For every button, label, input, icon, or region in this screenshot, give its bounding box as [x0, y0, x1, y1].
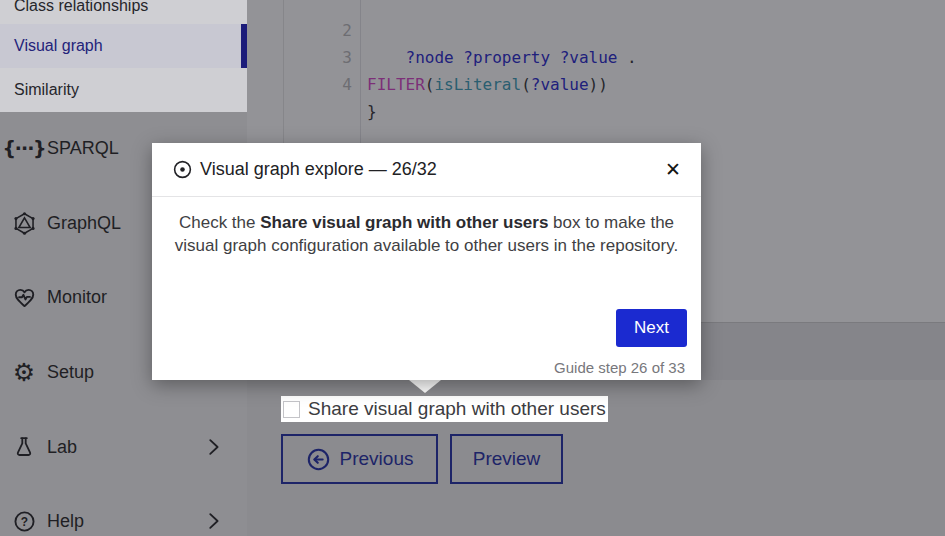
highlighted-setting-name: Share visual graph with other users: [260, 213, 548, 232]
preview-button[interactable]: Preview: [450, 434, 563, 484]
guide-step-counter: Guide step 26 of 33: [554, 359, 685, 376]
share-checkbox[interactable]: [283, 401, 300, 418]
guide-modal-title: Visual graph explore — 26/32: [200, 159, 437, 180]
submenu-item-similarity[interactable]: Similarity: [0, 68, 247, 112]
chevron-right-icon: [202, 436, 224, 458]
lab-flask-icon: [10, 433, 38, 461]
submenu-item-visual-graph[interactable]: Visual graph: [0, 24, 247, 68]
arrow-left-circle-icon: [306, 447, 331, 472]
share-checkbox-label[interactable]: Share visual graph with other users: [308, 398, 606, 420]
sidebar-item-help[interactable]: ? Help: [0, 501, 247, 536]
close-icon[interactable]: ✕: [661, 157, 685, 181]
modal-pointer-arrow: [409, 380, 441, 393]
guide-modal: Visual graph explore — 26/32 ✕ Check the…: [152, 143, 701, 380]
sparql-keyword: FILTER: [367, 75, 425, 94]
app-window: 2 ?node ?property ?value . 3 FILTER(isLi…: [0, 0, 945, 536]
next-button[interactable]: Next: [616, 309, 687, 347]
monitor-heart-icon: [10, 283, 38, 311]
explore-submenu: Class relationships Visual graph Similar…: [0, 0, 247, 112]
line-number: 4: [310, 71, 352, 98]
sparql-braces-icon: {⋯}: [10, 134, 38, 162]
target-icon: [172, 159, 193, 180]
previous-button[interactable]: Previous: [281, 434, 438, 484]
setup-gear-icon: ⚙: [10, 358, 38, 386]
sparql-function: isLiteral: [434, 75, 521, 94]
guide-modal-body: Check the Share visual graph with other …: [152, 211, 701, 257]
graphql-icon: [10, 209, 38, 237]
chevron-right-icon: [202, 510, 224, 532]
guide-modal-header: Visual graph explore — 26/32 ✕: [152, 143, 701, 197]
sparql-variable: ?value: [531, 75, 589, 94]
active-item-indicator: [241, 24, 247, 68]
svg-text:?: ?: [20, 514, 27, 528]
share-visual-graph-row[interactable]: Share visual graph with other users: [281, 396, 608, 422]
help-icon: ?: [10, 507, 38, 535]
sidebar-item-lab[interactable]: Lab: [0, 427, 247, 467]
